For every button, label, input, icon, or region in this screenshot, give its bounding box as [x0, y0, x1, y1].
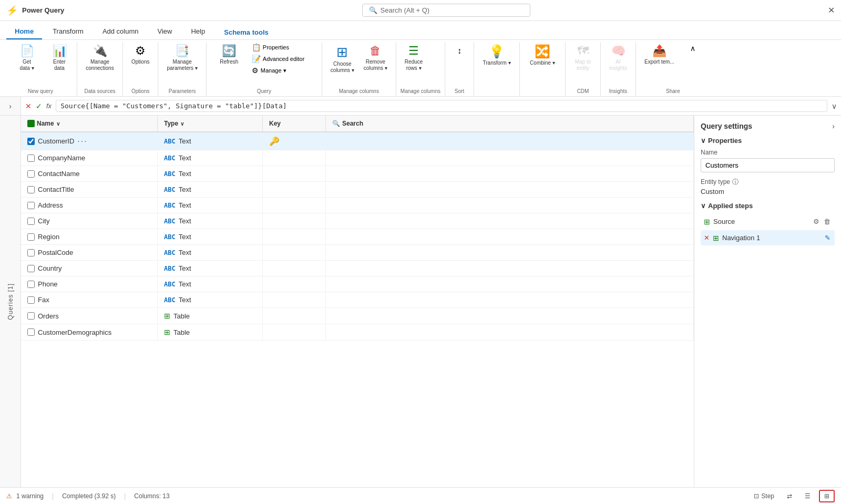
table-row[interactable]: Fax ABC Text	[21, 292, 694, 308]
row-checkbox[interactable]	[27, 218, 35, 225]
row-options[interactable]: ···	[77, 137, 87, 146]
header-type-label: Type	[164, 120, 178, 127]
tab-help[interactable]: Help	[182, 23, 213, 39]
table-row[interactable]: ContactName ABC Text	[21, 166, 694, 182]
header-name-sort[interactable]: ∨	[56, 121, 60, 127]
row-checkbox[interactable]	[27, 328, 35, 336]
row-checkbox[interactable]	[27, 202, 35, 209]
expand-panel-button[interactable]: ›	[0, 97, 21, 116]
enter-data-label: Enterdata	[53, 59, 66, 71]
row-checkbox[interactable]	[27, 265, 35, 272]
ai-insights-button[interactable]: 🧠 AIinsights	[605, 42, 631, 75]
row-checkbox[interactable]	[27, 296, 35, 304]
refresh-button[interactable]: 🔄 Refresh	[211, 42, 248, 68]
combine-button[interactable]: 🔀 Combine ▾	[524, 42, 561, 69]
sort-az-button[interactable]: ↕	[452, 45, 467, 57]
tab-add-column[interactable]: Add column	[94, 23, 147, 39]
formula-confirm-button[interactable]: ✓	[36, 102, 42, 110]
step-source-settings[interactable]: ⚙	[812, 217, 821, 227]
cell-key	[263, 261, 326, 276]
cell-type-text: Text	[179, 137, 191, 145]
ribbon-group-label-share: Share	[640, 87, 706, 96]
search-bar[interactable]: 🔍 Search (Alt + Q)	[362, 4, 530, 17]
enter-data-button[interactable]: 📊 Enterdata	[46, 42, 73, 75]
row-checkbox[interactable]	[27, 186, 35, 193]
export-template-button[interactable]: 📤 Export tem...	[640, 42, 679, 68]
qs-info-icon[interactable]: ⓘ	[732, 178, 739, 187]
refresh-label: Refresh	[220, 59, 238, 65]
row-checkbox[interactable]	[27, 170, 35, 178]
table-row[interactable]: Country ABC Text	[21, 261, 694, 276]
search-icon: 🔍	[369, 6, 377, 14]
ribbon-group-data-sources: 🔌 Manageconnections Data sources	[77, 42, 123, 96]
formula-bar: ✕ ✓ fx ∨	[21, 97, 841, 116]
cell-search	[326, 229, 694, 244]
reduce-rows-button[interactable]: ☰ Reducerows ▾	[401, 42, 427, 75]
row-checkbox[interactable]	[27, 233, 35, 241]
step-nav1-edit[interactable]: ✎	[824, 233, 832, 243]
get-data-button[interactable]: 📄 Getdata ▾	[8, 42, 45, 75]
table-row[interactable]: CustomerDemographics ⊞ Table	[21, 324, 694, 341]
grid-view-button[interactable]: ⊞	[819, 490, 835, 502]
map-to-entity-button[interactable]: 🗺 Map toentity	[570, 42, 596, 75]
row-checkbox[interactable]	[27, 138, 35, 145]
cell-name: City	[21, 213, 158, 229]
cell-name: Phone	[21, 276, 158, 292]
table-row[interactable]: PostalCode ABC Text	[21, 245, 694, 261]
transform-button[interactable]: 💡 Transform ▾	[478, 42, 515, 69]
row-checkbox[interactable]	[27, 281, 35, 288]
tab-schema-tools[interactable]: Schema tools	[216, 24, 277, 39]
table-row[interactable]: Orders ⊞ Table	[21, 308, 694, 324]
step-view-button[interactable]: ⊡ Step	[750, 491, 778, 501]
cell-type-text: Text	[179, 296, 191, 304]
qs-applied-steps-chevron[interactable]: ∨	[701, 202, 706, 210]
header-key: Key	[263, 116, 326, 131]
step-nav1-remove[interactable]: ✕	[704, 234, 710, 242]
tab-home[interactable]: Home	[6, 23, 42, 39]
formula-cancel-button[interactable]: ✕	[25, 102, 32, 110]
manage-parameters-button[interactable]: 📑 Manageparameters ▾	[162, 42, 201, 75]
ribbon-group-items: 📄 Getdata ▾ 📊 Enterdata	[8, 42, 73, 87]
tab-transform[interactable]: Transform	[44, 23, 92, 39]
row-checkbox[interactable]	[27, 155, 35, 162]
formula-input[interactable]	[56, 100, 827, 112]
advanced-editor-button[interactable]: 📝 Advanced editor	[249, 54, 308, 64]
table-row[interactable]: City ABC Text	[21, 213, 694, 229]
formula-expand-chevron[interactable]: ∨	[832, 102, 837, 110]
data-grid: Name ∨ Type ∨ Key 🔍 Search	[21, 116, 694, 487]
enter-data-icon: 📊	[53, 45, 67, 57]
row-checkbox[interactable]	[27, 312, 35, 320]
manage-button[interactable]: ⚙ Manage ▾	[249, 65, 308, 76]
table-row[interactable]: Phone ABC Text	[21, 276, 694, 292]
list-view-button[interactable]: ☰	[801, 491, 815, 501]
options-button[interactable]: ⚙ Options	[127, 42, 153, 68]
step-navigation-1[interactable]: ✕ ⊞ Navigation 1 ✎	[701, 230, 835, 245]
qs-expand-button[interactable]: ›	[832, 122, 835, 130]
row-checkbox[interactable]	[27, 249, 35, 256]
step-source-delete[interactable]: 🗑	[823, 217, 832, 227]
cell-key	[263, 308, 326, 324]
cell-type: ABC Text	[158, 166, 263, 181]
cell-type: ABC Text	[158, 245, 263, 260]
transform-label: Transform ▾	[483, 60, 511, 66]
collapse-ribbon-button[interactable]: ∧	[680, 42, 706, 55]
table-row[interactable]: Address ABC Text	[21, 198, 694, 213]
table-row[interactable]: Region ABC Text	[21, 229, 694, 245]
cell-key	[263, 150, 326, 166]
table-row[interactable]: CustomerID ··· ABC Text 🔑	[21, 132, 694, 150]
qs-name-input[interactable]	[701, 158, 835, 172]
remove-columns-button[interactable]: 🗑 Removecolumns ▾	[360, 42, 392, 75]
split-view-button[interactable]: ⇄	[783, 491, 796, 501]
table-row[interactable]: ContactTitle ABC Text	[21, 182, 694, 198]
qs-properties-chevron[interactable]: ∨	[701, 137, 706, 145]
ribbon-group-cdm: 🗺 Map toentity CDM	[566, 42, 601, 96]
header-type-sort[interactable]: ∨	[180, 121, 184, 127]
manage-connections-button[interactable]: 🔌 Manageconnections	[81, 42, 118, 75]
properties-button[interactable]: 📋 Properties	[249, 42, 308, 53]
choose-columns-button[interactable]: ⊞ Choosecolumns ▾	[326, 42, 358, 77]
tab-view[interactable]: View	[149, 23, 181, 39]
table-row[interactable]: CompanyName ABC Text	[21, 150, 694, 166]
step-source[interactable]: ⊞ Source ⚙ 🗑	[701, 214, 835, 229]
close-button[interactable]: ✕	[828, 5, 835, 15]
cell-type: ABC Text	[158, 182, 263, 197]
